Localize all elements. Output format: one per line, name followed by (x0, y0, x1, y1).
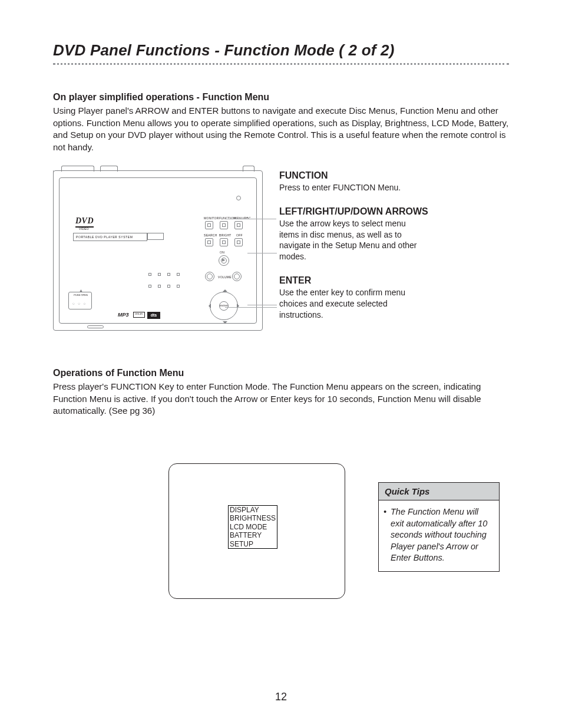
callout-body: Use the enter key to confirm menu choice… (279, 287, 412, 321)
small-button-icon (158, 285, 161, 288)
small-button-icon (177, 285, 180, 288)
dvd-logo: DVD (75, 216, 94, 228)
eject-label: PUSH OPEN (68, 294, 94, 297)
panel-button-icon (205, 221, 213, 229)
small-button-icon (148, 285, 151, 288)
eject-arrow-icon: ▲ (79, 288, 83, 292)
callout-arrows: LEFT/RIGHT/UP/DOWN ARROWS Use the arrow … (279, 206, 509, 263)
mp3-logo: MP3 (118, 312, 129, 318)
callout-heading: LEFT/RIGHT/UP/DOWN ARROWS (279, 206, 509, 217)
on-label: ON (220, 251, 224, 254)
panel-button-icon (234, 221, 243, 229)
dpad-icon: ENTER (205, 287, 243, 325)
leader-line (247, 305, 277, 305)
function-menu-box: DISPLAY BRIGHTNESS LCD MODE BATTERY SETU… (228, 505, 277, 549)
button-label: MONITOR (204, 216, 219, 220)
manual-page: DVD Panel Functions - Function Mode ( 2 … (0, 0, 562, 728)
callout-heading: FUNCTION (279, 170, 509, 181)
dvd-logo-sub: VIDEO (79, 227, 89, 230)
volume-down-icon (205, 272, 214, 281)
panel-button-icon (234, 238, 243, 246)
panel-button-icon (220, 221, 228, 229)
quick-tips-box: Quick Tips The Function Menu will exit a… (378, 482, 500, 572)
tv-screen-illustration: DISPLAY BRIGHTNESS LCD MODE BATTERY SETU… (168, 463, 345, 599)
quick-tips-heading: Quick Tips (379, 483, 499, 500)
panel-button-icon (220, 238, 228, 246)
dts-logo: dts (147, 312, 160, 319)
button-label: FUNCTION (219, 216, 236, 220)
callouts-column: FUNCTION Press to enter FUNCTION Menu. L… (279, 170, 509, 334)
leader-line (225, 307, 277, 308)
small-button-icon (148, 273, 151, 276)
dolby-logo: DOLBY (133, 312, 145, 318)
leader-line (247, 253, 277, 253)
callout-heading: ENTER (279, 275, 509, 286)
diagram-row: DVD VIDEO PORTABLE DVD PLAYER SYSTEM MON… (53, 170, 509, 334)
display-window (147, 233, 164, 240)
enter-button-icon: ENTER (219, 301, 229, 311)
dotted-rule (53, 63, 509, 65)
callout-body: Press to enter FUNCTION Menu. (279, 182, 509, 193)
arrow-up-icon (223, 287, 227, 292)
menu-item: LCD MODE (229, 523, 277, 531)
section1-heading: On player simplified operations - Functi… (53, 92, 509, 103)
ir-sensor-icon (236, 196, 241, 200)
arrow-down-icon (223, 321, 227, 326)
leader-line (226, 219, 276, 219)
dvd-player-diagram: DVD VIDEO PORTABLE DVD PLAYER SYSTEM MON… (53, 170, 263, 331)
eject-dots-icon: ○ ○ ○ (72, 302, 87, 305)
callout-body: Use the arrow keys to select menu items … (279, 218, 423, 263)
quick-tip-item: The Function Menu will exit automaticall… (391, 506, 493, 564)
volume-up-icon (232, 272, 242, 281)
power-knob-icon (219, 255, 229, 266)
menu-item: BATTERY (229, 531, 277, 539)
menu-item: SETUP (229, 540, 277, 548)
arrow-left-icon (206, 304, 211, 308)
button-label: MENU/PBC (234, 216, 251, 220)
small-button-icon (167, 273, 170, 276)
slot-icon (87, 325, 104, 328)
button-label: BRIGHT (219, 233, 232, 237)
section2-heading: Operations of Function Menu (53, 368, 509, 378)
callout-function: FUNCTION Press to enter FUNCTION Menu. (279, 170, 509, 193)
menu-item: DISPLAY (229, 506, 277, 514)
callout-enter: ENTER Use the enter key to confirm menu … (279, 275, 509, 321)
section2-body: Press player's FUNCTION Key to enter Fun… (53, 381, 509, 417)
quick-tips-list: The Function Menu will exit automaticall… (379, 500, 499, 571)
button-label: OFF (236, 233, 243, 237)
eject-button-icon: ▲ PUSH OPEN ○ ○ ○ (68, 292, 92, 309)
small-button-icon (177, 273, 180, 276)
device-label: PORTABLE DVD PLAYER SYSTEM (73, 233, 147, 241)
section2-row: DISPLAY BRIGHTNESS LCD MODE BATTERY SETU… (53, 463, 509, 599)
section1-body: Using Player panel's ARROW and ENTER but… (53, 105, 509, 154)
page-number: 12 (0, 691, 562, 703)
panel-button-icon (205, 238, 213, 246)
page-title: DVD Panel Functions - Function Mode ( 2 … (53, 41, 509, 60)
volume-label: VOLUME (218, 275, 232, 279)
small-button-icon (158, 273, 161, 276)
small-button-icon (167, 285, 170, 288)
menu-item: BRIGHTNESS (229, 514, 277, 522)
button-label: SEARCH (204, 233, 217, 237)
